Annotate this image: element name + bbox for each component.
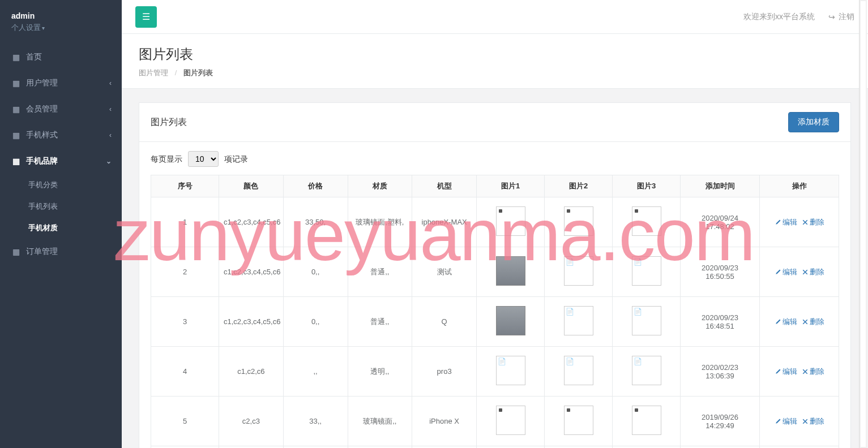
table-row: 2c1,c2,c3,c4,c5,c60,,普通,,测试2020/09/2316:… bbox=[151, 247, 839, 297]
cell-img1 bbox=[477, 397, 545, 446]
chevron-left-icon: ‹ bbox=[109, 131, 112, 139]
sidebar-toggle-button[interactable]: ☰ bbox=[135, 6, 157, 28]
nav-brands-material[interactable]: 手机材质 bbox=[0, 217, 122, 239]
cell-model: pro3 bbox=[412, 347, 477, 397]
page-header: 图片列表 图片管理 / 图片列表 bbox=[122, 34, 868, 89]
scrollbar[interactable] bbox=[859, 0, 867, 448]
data-table: 序号 颜色 价格 材质 机型 图片1 图片2 图片3 添加时间 操作 bbox=[151, 175, 839, 448]
grid-icon: ▦ bbox=[11, 247, 20, 256]
col-time[interactable]: 添加时间 bbox=[681, 175, 760, 197]
thumbnail-broken[interactable] bbox=[632, 356, 661, 385]
thumbnail[interactable] bbox=[496, 306, 525, 335]
cell-time: 2020/09/2316:48:51 bbox=[681, 297, 760, 347]
thumbnail-broken[interactable] bbox=[632, 306, 661, 335]
table-row: 6c1,c2,c4,c5,c633,,玻璃镜面,,iPhone XS2019/0… bbox=[151, 446, 839, 449]
col-index[interactable]: 序号 bbox=[151, 175, 219, 197]
col-img2[interactable]: 图片2 bbox=[545, 175, 613, 197]
cell-index: 1 bbox=[151, 197, 219, 247]
delete-link[interactable]: 删除 bbox=[802, 416, 824, 427]
edit-link[interactable]: 编辑 bbox=[775, 367, 797, 377]
col-material[interactable]: 材质 bbox=[348, 175, 412, 197]
nav-styles[interactable]: ▦ 手机样式 ‹ bbox=[0, 122, 122, 148]
nav-home[interactable]: ▦ 首页 bbox=[0, 44, 122, 70]
page-length-select[interactable]: 10 bbox=[188, 151, 219, 167]
grid-icon: ▦ bbox=[11, 131, 20, 140]
cell-index: 3 bbox=[151, 297, 219, 347]
edit-link[interactable]: 编辑 bbox=[775, 317, 797, 327]
cell-img2 bbox=[545, 197, 613, 247]
thumbnail-broken[interactable] bbox=[564, 356, 593, 385]
nav-members[interactable]: ▦ 会员管理 ‹ bbox=[0, 96, 122, 122]
table-row: 3c1,c2,c3,c4,c5,c60,,普通,,Q2020/09/2316:4… bbox=[151, 297, 839, 347]
cell-ops: 编辑删除 bbox=[760, 347, 839, 397]
col-color[interactable]: 颜色 bbox=[219, 175, 284, 197]
add-material-button[interactable]: 添加材质 bbox=[788, 112, 839, 132]
cell-price: ,, bbox=[283, 347, 348, 397]
grid-icon: ▦ bbox=[11, 157, 20, 166]
edit-link[interactable]: 编辑 bbox=[775, 217, 797, 227]
thumbnail-broken[interactable] bbox=[564, 306, 593, 335]
page-length-control: 每页显示 10 项记录 bbox=[151, 151, 839, 167]
edit-link[interactable]: 编辑 bbox=[775, 267, 797, 277]
cell-price: 33,50, bbox=[283, 197, 348, 247]
thumbnail[interactable] bbox=[496, 406, 525, 435]
cell-time: 2020/02/2313:06:39 bbox=[681, 347, 760, 397]
col-ops[interactable]: 操作 bbox=[760, 175, 839, 197]
cell-img1 bbox=[477, 446, 545, 449]
cell-time: 2019/09/2614:29:49 bbox=[681, 397, 760, 446]
chevron-left-icon: ‹ bbox=[109, 105, 112, 113]
caret-down-icon: ▾ bbox=[42, 25, 45, 31]
cell-color: c1,c2,c4,c5,c6 bbox=[219, 446, 284, 449]
cell-index: 5 bbox=[151, 397, 219, 446]
breadcrumb-parent[interactable]: 图片管理 bbox=[139, 68, 168, 77]
cell-color: c1,c2,c3,c4,c5,c6 bbox=[219, 197, 284, 247]
nav-orders[interactable]: ▦ 订单管理 bbox=[0, 239, 122, 265]
thumbnail[interactable] bbox=[496, 256, 525, 286]
cell-img2 bbox=[545, 247, 613, 297]
table-row: 5c2,c333,,玻璃镜面,,iPhone X2019/09/2614:29:… bbox=[151, 397, 839, 446]
delete-link[interactable]: 删除 bbox=[802, 267, 824, 277]
col-img1[interactable]: 图片1 bbox=[477, 175, 545, 197]
col-price[interactable]: 价格 bbox=[283, 175, 348, 197]
cell-model: Q bbox=[412, 297, 477, 347]
thumbnail[interactable] bbox=[632, 206, 661, 236]
cell-time: 2019/09/2614:13:30 bbox=[681, 446, 760, 449]
cell-price: 0,, bbox=[283, 297, 348, 347]
col-model[interactable]: 机型 bbox=[412, 175, 477, 197]
nav-brands-category[interactable]: 手机分类 bbox=[0, 174, 122, 196]
thumbnail[interactable] bbox=[496, 206, 525, 236]
user-settings-dropdown[interactable]: 个人设置▾ bbox=[11, 23, 45, 33]
main: ☰ 欢迎来到xx平台系统 ↪ 注销 图片列表 图片管理 / 图片列表 图片列表 … bbox=[122, 0, 868, 448]
thumbnail[interactable] bbox=[564, 206, 593, 236]
delete-link[interactable]: 删除 bbox=[802, 217, 824, 227]
delete-link[interactable]: 删除 bbox=[802, 317, 824, 327]
thumbnail[interactable] bbox=[564, 406, 593, 435]
cell-color: c1,c2,c3,c4,c5,c6 bbox=[219, 247, 284, 297]
cell-index: 4 bbox=[151, 347, 219, 397]
cell-model: iPhone X bbox=[412, 397, 477, 446]
col-img3[interactable]: 图片3 bbox=[613, 175, 681, 197]
breadcrumb: 图片管理 / 图片列表 bbox=[139, 68, 851, 78]
cell-img3 bbox=[613, 197, 681, 247]
cell-color: c1,c2,c3,c4,c5,c6 bbox=[219, 297, 284, 347]
cell-material: 玻璃镜面,, bbox=[348, 397, 412, 446]
cell-material: 玻璃镜面,塑料, bbox=[348, 197, 412, 247]
thumbnail[interactable] bbox=[632, 406, 661, 435]
edit-link[interactable]: 编辑 bbox=[775, 416, 797, 427]
grid-icon: ▦ bbox=[11, 105, 20, 114]
cell-img2 bbox=[545, 297, 613, 347]
nav-users[interactable]: ▦ 用户管理 ‹ bbox=[0, 70, 122, 96]
cell-ops: 编辑删除 bbox=[760, 397, 839, 446]
thumbnail-broken[interactable] bbox=[564, 256, 593, 286]
thumbnail-broken[interactable] bbox=[496, 356, 525, 385]
nav-brands-list[interactable]: 手机列表 bbox=[0, 196, 122, 217]
thumbnail-broken[interactable] bbox=[632, 256, 661, 286]
topbar: ☰ 欢迎来到xx平台系统 ↪ 注销 bbox=[122, 0, 868, 34]
cell-material: 普通,, bbox=[348, 247, 412, 297]
bars-icon: ☰ bbox=[142, 11, 150, 22]
logout-link[interactable]: ↪ 注销 bbox=[828, 12, 854, 22]
nav-brands[interactable]: ▦ 手机品牌 ⌄ bbox=[0, 148, 122, 174]
page-title: 图片列表 bbox=[139, 45, 851, 63]
delete-link[interactable]: 删除 bbox=[802, 367, 824, 377]
cell-img1 bbox=[477, 247, 545, 297]
